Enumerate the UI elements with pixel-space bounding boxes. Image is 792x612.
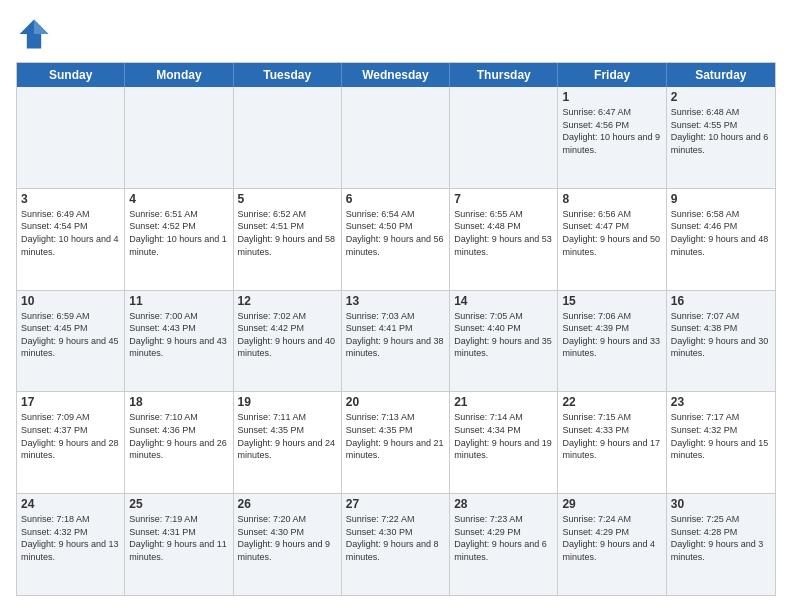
day-cell-6: 6Sunrise: 6:54 AM Sunset: 4:50 PM Daylig… xyxy=(342,189,450,290)
day-cell-empty-0-3 xyxy=(342,87,450,188)
logo xyxy=(16,16,58,52)
day-number: 10 xyxy=(21,294,120,308)
calendar-row-2: 10Sunrise: 6:59 AM Sunset: 4:45 PM Dayli… xyxy=(17,291,775,393)
day-number: 8 xyxy=(562,192,661,206)
day-cell-3: 3Sunrise: 6:49 AM Sunset: 4:54 PM Daylig… xyxy=(17,189,125,290)
day-number: 20 xyxy=(346,395,445,409)
day-info: Sunrise: 6:49 AM Sunset: 4:54 PM Dayligh… xyxy=(21,208,120,258)
day-info: Sunrise: 6:47 AM Sunset: 4:56 PM Dayligh… xyxy=(562,106,661,156)
day-cell-29: 29Sunrise: 7:24 AM Sunset: 4:29 PM Dayli… xyxy=(558,494,666,595)
day-number: 18 xyxy=(129,395,228,409)
day-cell-5: 5Sunrise: 6:52 AM Sunset: 4:51 PM Daylig… xyxy=(234,189,342,290)
calendar-row-1: 3Sunrise: 6:49 AM Sunset: 4:54 PM Daylig… xyxy=(17,189,775,291)
day-number: 11 xyxy=(129,294,228,308)
day-info: Sunrise: 7:05 AM Sunset: 4:40 PM Dayligh… xyxy=(454,310,553,360)
day-info: Sunrise: 7:03 AM Sunset: 4:41 PM Dayligh… xyxy=(346,310,445,360)
day-number: 1 xyxy=(562,90,661,104)
day-cell-19: 19Sunrise: 7:11 AM Sunset: 4:35 PM Dayli… xyxy=(234,392,342,493)
calendar-body: 1Sunrise: 6:47 AM Sunset: 4:56 PM Daylig… xyxy=(17,87,775,595)
calendar-row-0: 1Sunrise: 6:47 AM Sunset: 4:56 PM Daylig… xyxy=(17,87,775,189)
day-cell-28: 28Sunrise: 7:23 AM Sunset: 4:29 PM Dayli… xyxy=(450,494,558,595)
day-cell-empty-0-1 xyxy=(125,87,233,188)
day-info: Sunrise: 7:18 AM Sunset: 4:32 PM Dayligh… xyxy=(21,513,120,563)
calendar-row-3: 17Sunrise: 7:09 AM Sunset: 4:37 PM Dayli… xyxy=(17,392,775,494)
day-cell-21: 21Sunrise: 7:14 AM Sunset: 4:34 PM Dayli… xyxy=(450,392,558,493)
day-cell-20: 20Sunrise: 7:13 AM Sunset: 4:35 PM Dayli… xyxy=(342,392,450,493)
day-cell-12: 12Sunrise: 7:02 AM Sunset: 4:42 PM Dayli… xyxy=(234,291,342,392)
day-number: 30 xyxy=(671,497,771,511)
day-info: Sunrise: 7:24 AM Sunset: 4:29 PM Dayligh… xyxy=(562,513,661,563)
day-number: 22 xyxy=(562,395,661,409)
day-number: 23 xyxy=(671,395,771,409)
header-day-friday: Friday xyxy=(558,63,666,87)
day-number: 21 xyxy=(454,395,553,409)
day-number: 5 xyxy=(238,192,337,206)
calendar-header: SundayMondayTuesdayWednesdayThursdayFrid… xyxy=(17,63,775,87)
day-number: 27 xyxy=(346,497,445,511)
day-cell-24: 24Sunrise: 7:18 AM Sunset: 4:32 PM Dayli… xyxy=(17,494,125,595)
calendar-row-4: 24Sunrise: 7:18 AM Sunset: 4:32 PM Dayli… xyxy=(17,494,775,595)
day-cell-empty-0-2 xyxy=(234,87,342,188)
day-info: Sunrise: 6:56 AM Sunset: 4:47 PM Dayligh… xyxy=(562,208,661,258)
day-number: 7 xyxy=(454,192,553,206)
svg-marker-1 xyxy=(34,20,48,34)
header-day-sunday: Sunday xyxy=(17,63,125,87)
day-info: Sunrise: 7:14 AM Sunset: 4:34 PM Dayligh… xyxy=(454,411,553,461)
day-number: 16 xyxy=(671,294,771,308)
day-info: Sunrise: 7:13 AM Sunset: 4:35 PM Dayligh… xyxy=(346,411,445,461)
day-info: Sunrise: 6:51 AM Sunset: 4:52 PM Dayligh… xyxy=(129,208,228,258)
day-number: 9 xyxy=(671,192,771,206)
day-number: 29 xyxy=(562,497,661,511)
day-number: 2 xyxy=(671,90,771,104)
day-cell-27: 27Sunrise: 7:22 AM Sunset: 4:30 PM Dayli… xyxy=(342,494,450,595)
day-info: Sunrise: 7:06 AM Sunset: 4:39 PM Dayligh… xyxy=(562,310,661,360)
day-cell-30: 30Sunrise: 7:25 AM Sunset: 4:28 PM Dayli… xyxy=(667,494,775,595)
day-cell-empty-0-4 xyxy=(450,87,558,188)
day-cell-15: 15Sunrise: 7:06 AM Sunset: 4:39 PM Dayli… xyxy=(558,291,666,392)
day-number: 3 xyxy=(21,192,120,206)
logo-icon xyxy=(16,16,52,52)
day-cell-11: 11Sunrise: 7:00 AM Sunset: 4:43 PM Dayli… xyxy=(125,291,233,392)
day-number: 12 xyxy=(238,294,337,308)
day-info: Sunrise: 7:22 AM Sunset: 4:30 PM Dayligh… xyxy=(346,513,445,563)
header xyxy=(16,16,776,52)
day-info: Sunrise: 7:19 AM Sunset: 4:31 PM Dayligh… xyxy=(129,513,228,563)
day-info: Sunrise: 7:17 AM Sunset: 4:32 PM Dayligh… xyxy=(671,411,771,461)
day-number: 13 xyxy=(346,294,445,308)
header-day-monday: Monday xyxy=(125,63,233,87)
day-info: Sunrise: 7:07 AM Sunset: 4:38 PM Dayligh… xyxy=(671,310,771,360)
day-number: 28 xyxy=(454,497,553,511)
day-info: Sunrise: 6:52 AM Sunset: 4:51 PM Dayligh… xyxy=(238,208,337,258)
day-cell-22: 22Sunrise: 7:15 AM Sunset: 4:33 PM Dayli… xyxy=(558,392,666,493)
day-info: Sunrise: 7:20 AM Sunset: 4:30 PM Dayligh… xyxy=(238,513,337,563)
day-info: Sunrise: 6:54 AM Sunset: 4:50 PM Dayligh… xyxy=(346,208,445,258)
day-cell-1: 1Sunrise: 6:47 AM Sunset: 4:56 PM Daylig… xyxy=(558,87,666,188)
day-number: 26 xyxy=(238,497,337,511)
day-cell-9: 9Sunrise: 6:58 AM Sunset: 4:46 PM Daylig… xyxy=(667,189,775,290)
day-info: Sunrise: 7:09 AM Sunset: 4:37 PM Dayligh… xyxy=(21,411,120,461)
header-day-thursday: Thursday xyxy=(450,63,558,87)
day-cell-23: 23Sunrise: 7:17 AM Sunset: 4:32 PM Dayli… xyxy=(667,392,775,493)
day-number: 24 xyxy=(21,497,120,511)
day-info: Sunrise: 6:58 AM Sunset: 4:46 PM Dayligh… xyxy=(671,208,771,258)
day-number: 15 xyxy=(562,294,661,308)
day-cell-25: 25Sunrise: 7:19 AM Sunset: 4:31 PM Dayli… xyxy=(125,494,233,595)
day-number: 14 xyxy=(454,294,553,308)
day-cell-8: 8Sunrise: 6:56 AM Sunset: 4:47 PM Daylig… xyxy=(558,189,666,290)
day-number: 6 xyxy=(346,192,445,206)
day-cell-14: 14Sunrise: 7:05 AM Sunset: 4:40 PM Dayli… xyxy=(450,291,558,392)
day-info: Sunrise: 7:23 AM Sunset: 4:29 PM Dayligh… xyxy=(454,513,553,563)
day-cell-16: 16Sunrise: 7:07 AM Sunset: 4:38 PM Dayli… xyxy=(667,291,775,392)
day-info: Sunrise: 7:15 AM Sunset: 4:33 PM Dayligh… xyxy=(562,411,661,461)
day-cell-2: 2Sunrise: 6:48 AM Sunset: 4:55 PM Daylig… xyxy=(667,87,775,188)
day-cell-10: 10Sunrise: 6:59 AM Sunset: 4:45 PM Dayli… xyxy=(17,291,125,392)
day-cell-18: 18Sunrise: 7:10 AM Sunset: 4:36 PM Dayli… xyxy=(125,392,233,493)
day-number: 4 xyxy=(129,192,228,206)
day-info: Sunrise: 6:55 AM Sunset: 4:48 PM Dayligh… xyxy=(454,208,553,258)
day-number: 17 xyxy=(21,395,120,409)
day-info: Sunrise: 7:11 AM Sunset: 4:35 PM Dayligh… xyxy=(238,411,337,461)
day-cell-26: 26Sunrise: 7:20 AM Sunset: 4:30 PM Dayli… xyxy=(234,494,342,595)
day-cell-13: 13Sunrise: 7:03 AM Sunset: 4:41 PM Dayli… xyxy=(342,291,450,392)
header-day-tuesday: Tuesday xyxy=(234,63,342,87)
day-info: Sunrise: 7:02 AM Sunset: 4:42 PM Dayligh… xyxy=(238,310,337,360)
